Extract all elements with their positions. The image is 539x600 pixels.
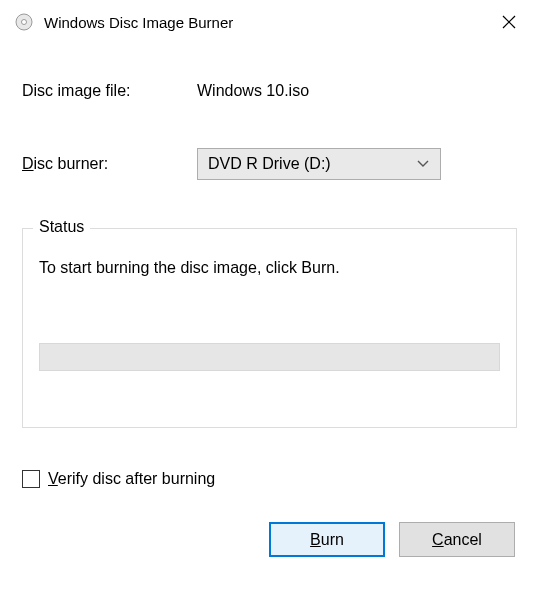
dialog-window: Windows Disc Image Burner Disc image fil… xyxy=(0,0,539,600)
disc-burner-icon xyxy=(14,12,34,32)
button-row: Burn Cancel xyxy=(22,522,517,557)
status-legend: Status xyxy=(33,218,90,236)
verify-checkbox[interactable]: Verify disc after burning xyxy=(22,470,517,488)
status-group: Status To start burning the disc image, … xyxy=(22,228,517,428)
disc-image-label: Disc image file: xyxy=(22,82,197,100)
status-message: To start burning the disc image, click B… xyxy=(39,259,500,277)
cancel-button[interactable]: Cancel xyxy=(399,522,515,557)
disc-burner-selected: DVD R Drive (D:) xyxy=(208,155,416,173)
close-icon xyxy=(502,15,516,29)
window-title: Windows Disc Image Burner xyxy=(44,14,489,31)
disc-burner-row: Disc burner: DVD R Drive (D:) xyxy=(22,148,517,180)
disc-image-row: Disc image file: Windows 10.iso xyxy=(22,76,517,106)
svg-point-1 xyxy=(22,20,27,25)
chevron-down-icon xyxy=(416,160,430,168)
disc-image-value: Windows 10.iso xyxy=(197,82,309,100)
disc-burner-select[interactable]: DVD R Drive (D:) xyxy=(197,148,441,180)
dialog-content: Disc image file: Windows 10.iso Disc bur… xyxy=(0,42,539,600)
burn-button[interactable]: Burn xyxy=(269,522,385,557)
disc-burner-label: Disc burner: xyxy=(22,155,197,173)
checkbox-box xyxy=(22,470,40,488)
verify-label: Verify disc after burning xyxy=(48,470,215,488)
close-button[interactable] xyxy=(489,7,529,37)
titlebar: Windows Disc Image Burner xyxy=(0,0,539,42)
progress-bar xyxy=(39,343,500,371)
